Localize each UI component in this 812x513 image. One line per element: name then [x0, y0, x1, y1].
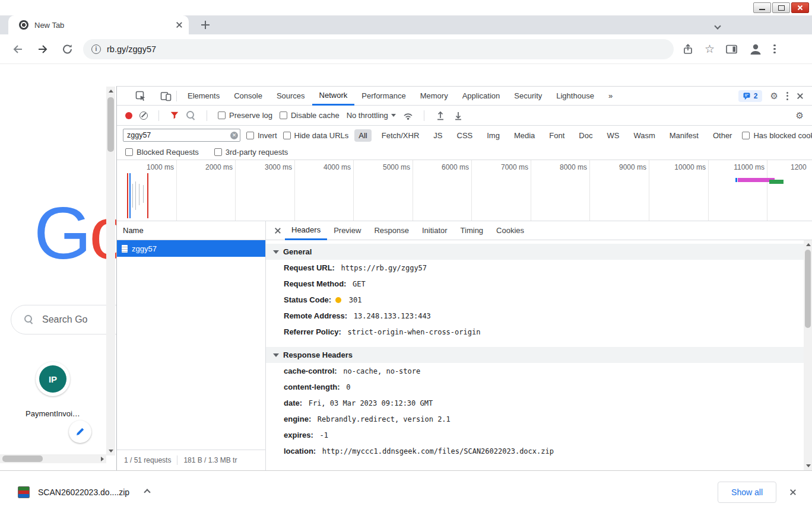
shortcut-tile[interactable]: IP: [36, 362, 70, 396]
scroll-right-icon[interactable]: [101, 457, 104, 461]
window-maximize-button[interactable]: [772, 2, 790, 13]
window-minimize-button[interactable]: [753, 2, 771, 13]
forward-button[interactable]: [36, 42, 50, 56]
devtools-tab-performance[interactable]: Performance: [354, 87, 413, 106]
clear-network-log-icon[interactable]: [139, 111, 148, 120]
site-info-icon[interactable]: i: [91, 44, 101, 54]
issues-counter[interactable]: 2: [738, 90, 762, 102]
devtools-settings-icon[interactable]: ⚙: [770, 91, 778, 100]
bookmark-star-icon[interactable]: ☆: [705, 43, 715, 55]
filter-type-font[interactable]: Font: [545, 129, 569, 142]
network-search-icon[interactable]: [186, 111, 196, 120]
scrollbar-thumb[interactable]: [2, 455, 43, 462]
scroll-down-icon[interactable]: [806, 464, 811, 467]
devtools-tab-network[interactable]: Network: [312, 87, 355, 106]
has-blocked-cookies-option[interactable]: Has blocked cookies: [742, 131, 812, 140]
throttling-dropdown[interactable]: No throttling: [347, 111, 396, 120]
devtools-tab-application[interactable]: Application: [455, 87, 508, 106]
filter-type-doc[interactable]: Doc: [575, 129, 597, 142]
requests-name-column-header[interactable]: Name: [117, 221, 265, 240]
preserve-log-checkbox[interactable]: [218, 111, 226, 119]
inspect-element-button[interactable]: [134, 89, 148, 103]
record-network-log-icon[interactable]: [125, 112, 132, 119]
details-scrollbar[interactable]: [804, 240, 812, 470]
filter-type-img[interactable]: Img: [483, 129, 504, 142]
window-close-button[interactable]: [791, 2, 809, 13]
downloads-close-icon[interactable]: [789, 489, 797, 496]
filter-funnel-icon[interactable]: [170, 111, 179, 120]
device-toolbar-button[interactable]: [158, 89, 173, 103]
import-har-icon[interactable]: [453, 110, 464, 121]
response-headers-section-header[interactable]: Response Headers: [266, 347, 804, 363]
filter-type-all[interactable]: All: [354, 129, 371, 142]
devtools-tab-memory[interactable]: Memory: [413, 87, 455, 106]
details-tab-cookies[interactable]: Cookies: [490, 221, 531, 240]
hide-data-urls-checkbox[interactable]: [283, 132, 291, 139]
blocked-requests-checkbox[interactable]: [125, 148, 133, 156]
network-conditions-icon[interactable]: [403, 111, 413, 120]
page-vertical-scrollbar[interactable]: [106, 87, 115, 455]
more-tabs-button[interactable]: »: [601, 87, 620, 106]
invert-option[interactable]: Invert: [246, 131, 277, 140]
scrollbar-thumb[interactable]: [805, 250, 811, 328]
devtools-tab-elements[interactable]: Elements: [180, 87, 227, 106]
side-panel-icon[interactable]: [725, 43, 738, 55]
filter-type-other[interactable]: Other: [709, 129, 737, 142]
details-tab-preview[interactable]: Preview: [327, 221, 367, 240]
scrollbar-thumb[interactable]: [107, 97, 114, 152]
omnibox[interactable]: i rb.gy/zggy57: [83, 39, 674, 59]
filter-type-manifest[interactable]: Manifest: [665, 129, 703, 142]
filter-type-media[interactable]: Media: [510, 129, 539, 142]
preserve-log-option[interactable]: Preserve log: [218, 111, 272, 120]
devtools-tab-lighthouse[interactable]: Lighthouse: [549, 87, 601, 106]
scroll-down-icon[interactable]: [109, 450, 113, 453]
filter-type-js[interactable]: JS: [429, 129, 446, 142]
filter-type-css[interactable]: CSS: [453, 129, 477, 142]
tab-search-button[interactable]: [715, 20, 720, 31]
url-text[interactable]: rb.gy/zggy57: [107, 44, 156, 54]
network-filter-input[interactable]: [123, 129, 240, 142]
blocked-requests-option[interactable]: Blocked Requests: [125, 148, 199, 157]
network-settings-icon[interactable]: ⚙: [796, 111, 804, 120]
scroll-up-icon[interactable]: [109, 90, 113, 93]
back-button[interactable]: [11, 42, 25, 56]
has-blocked-cookies-checkbox[interactable]: [742, 132, 750, 139]
profile-avatar-icon[interactable]: [748, 42, 763, 56]
general-section-header[interactable]: General: [266, 244, 804, 260]
request-row-selected[interactable]: zggy57: [117, 240, 265, 257]
download-expand-icon[interactable]: [144, 489, 150, 495]
network-overview-timeline[interactable]: 1000 ms 2000 ms 3000 ms 4000 ms 5000 ms …: [117, 160, 812, 221]
devtools-menu-icon[interactable]: [786, 92, 788, 100]
reload-button[interactable]: [61, 42, 75, 56]
disable-cache-option[interactable]: Disable cache: [280, 111, 340, 120]
devtools-tab-security[interactable]: Security: [507, 87, 549, 106]
page-horizontal-scrollbar[interactable]: [0, 454, 106, 463]
filter-type-ws[interactable]: WS: [602, 129, 623, 142]
invert-checkbox[interactable]: [246, 132, 254, 139]
details-close-icon[interactable]: [274, 227, 281, 234]
show-all-downloads-button[interactable]: Show all: [718, 482, 776, 503]
export-har-icon[interactable]: [435, 110, 446, 121]
details-tab-timing[interactable]: Timing: [454, 221, 490, 240]
download-item[interactable]: SCAN26022023.do....zip: [18, 486, 150, 498]
details-tab-initiator[interactable]: Initiator: [415, 221, 454, 240]
browser-menu-icon[interactable]: [773, 44, 776, 54]
customize-shortcuts-button[interactable]: [69, 420, 91, 443]
third-party-checkbox[interactable]: [214, 148, 222, 156]
clear-filter-icon[interactable]: ✕: [230, 132, 238, 139]
third-party-option[interactable]: 3rd-party requests: [214, 148, 288, 157]
browser-tab[interactable]: New Tab: [8, 15, 189, 34]
details-tab-response[interactable]: Response: [367, 221, 415, 240]
scroll-up-icon[interactable]: [806, 243, 811, 246]
new-tab-button[interactable]: [199, 19, 211, 31]
filter-type-wasm[interactable]: Wasm: [629, 129, 659, 142]
devtools-close-icon[interactable]: [797, 93, 804, 100]
disable-cache-checkbox[interactable]: [280, 111, 287, 119]
tab-close-icon[interactable]: [176, 21, 183, 28]
filter-type-fetch-xhr[interactable]: Fetch/XHR: [378, 129, 424, 142]
devtools-tab-console[interactable]: Console: [227, 87, 269, 106]
hide-data-urls-option[interactable]: Hide data URLs: [283, 131, 349, 140]
devtools-tab-sources[interactable]: Sources: [269, 87, 312, 106]
share-icon[interactable]: [682, 43, 694, 55]
details-tab-headers[interactable]: Headers: [285, 221, 327, 240]
